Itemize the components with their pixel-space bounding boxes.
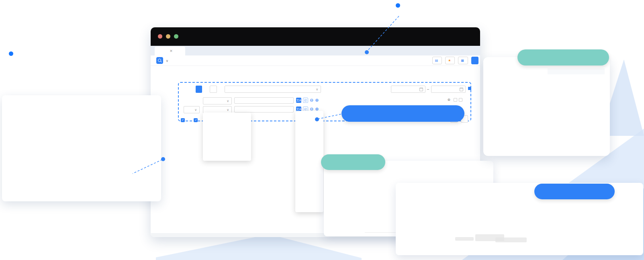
tab-global-search[interactable]: ✕: [155, 47, 185, 55]
date-to-input[interactable]: [431, 86, 466, 93]
calendar-icon: [460, 88, 463, 91]
share-analysis-card: [483, 57, 610, 156]
datasource-row: ∨ –: [178, 85, 472, 93]
close-window-icon[interactable]: [158, 34, 162, 39]
badge-translate: [341, 105, 464, 122]
delete-group-icon[interactable]: [459, 98, 462, 102]
result-count-value: [180, 125, 182, 129]
plus-icon: ⊕: [447, 98, 450, 102]
field-dropdown: [203, 113, 251, 161]
tab-strip: ✕: [151, 46, 480, 55]
keyword-input-1[interactable]: [234, 97, 294, 104]
callout-conditions: [396, 3, 631, 16]
redacted-block: [455, 237, 474, 241]
quick-search-button[interactable]: [471, 57, 478, 64]
condition-row-1: ∨ 文A ◱ ⊖ ⊕ ⊕: [178, 97, 472, 104]
page: ✕ ∨ ▤ ★ ▦ ∨: [0, 0, 644, 260]
quick-options-icon: [468, 87, 471, 90]
quick-options-link[interactable]: [468, 87, 472, 90]
minimize-window-icon[interactable]: [166, 34, 170, 39]
bullet-icon: [396, 3, 400, 8]
chevron-down-icon: ∨: [316, 88, 318, 91]
result-count: [180, 125, 182, 129]
transaction-detail-card: [2, 95, 161, 201]
chevron-down-icon: ∨: [194, 108, 197, 112]
donut-chart: [499, 92, 551, 144]
language-dropdown: [295, 111, 323, 212]
checkbox-checked-icon: ✓: [181, 118, 185, 122]
callout-magnifier: [9, 51, 137, 66]
history-icon: ▤: [435, 59, 438, 62]
field-select-1[interactable]: ∨: [203, 97, 232, 104]
add-condition-icon[interactable]: ⊕: [315, 98, 319, 102]
callout-conditions-text: [406, 3, 627, 16]
filter-empty-importer-checkbox[interactable]: ✓: [181, 118, 186, 122]
badge-trend-report: [534, 184, 615, 199]
hide-icon: ▦: [461, 59, 464, 62]
translate-icon[interactable]: 文A: [296, 98, 301, 103]
decorative-shape-bottom: [156, 234, 362, 260]
browser-titlebar: [151, 27, 480, 46]
history-button[interactable]: ▤: [432, 57, 442, 64]
date-from-input[interactable]: [391, 86, 425, 93]
date-separator: –: [427, 87, 429, 91]
keyword-input-2[interactable]: [234, 106, 294, 113]
badge-product-report: [321, 154, 385, 170]
chevron-down-icon: ∨: [227, 108, 229, 112]
datasource-select[interactable]: ∨: [225, 86, 321, 93]
favorite-conditions-button[interactable]: ★: [445, 57, 455, 64]
condition-icons-1: 文A ◱ ⊖ ⊕: [296, 98, 319, 103]
remove-condition-icon[interactable]: ⊖: [310, 98, 313, 102]
hide-conditions-button[interactable]: ▦: [458, 57, 468, 64]
country-icon[interactable]: ◱: [303, 98, 308, 103]
redacted-block: [495, 237, 527, 242]
app-logo-icon: [156, 57, 163, 64]
toolbar-buttons: ▤ ★ ▦: [432, 57, 478, 64]
maximize-window-icon[interactable]: [174, 34, 178, 39]
app-title[interactable]: ∨: [166, 58, 168, 63]
donut-center: [512, 106, 537, 131]
export-chip[interactable]: [210, 86, 217, 93]
filter-empty-exporter-checkbox[interactable]: ✓: [194, 118, 199, 122]
calendar-icon: [419, 88, 423, 91]
bullet-icon: [9, 51, 13, 56]
tab-close-icon[interactable]: ✕: [170, 49, 173, 53]
app-header: ∨ ▤ ★ ▦: [151, 55, 480, 66]
copy-group-icon[interactable]: [454, 98, 457, 102]
logic-select[interactable]: ∨: [184, 106, 200, 113]
badge-importer-report: [517, 49, 609, 66]
ranking-header: [548, 68, 605, 74]
import-chip[interactable]: [196, 86, 202, 93]
star-icon: ★: [448, 59, 451, 62]
checkbox-checked-icon: ✓: [194, 118, 198, 122]
importer-ranking: [548, 68, 605, 74]
chevron-down-icon: ∨: [227, 99, 229, 103]
add-group-row[interactable]: ⊕: [447, 98, 462, 102]
chevron-down-icon: ∨: [166, 59, 168, 63]
